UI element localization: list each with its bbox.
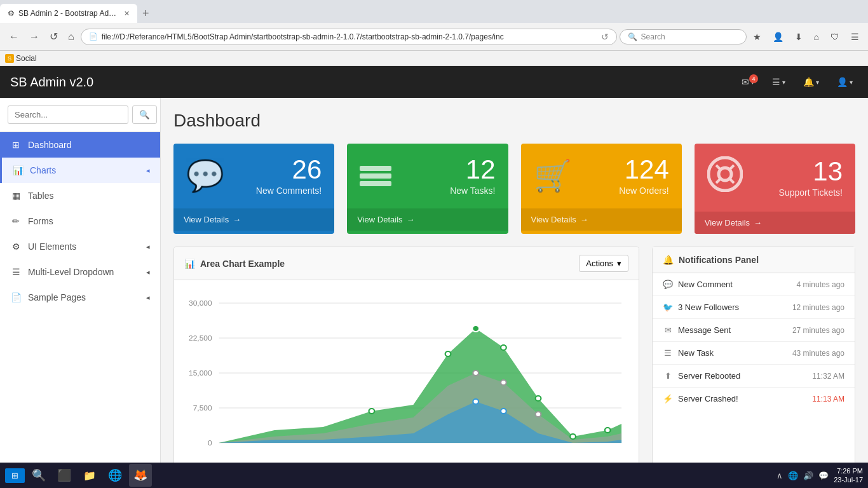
system-tray: ∧ 🌐 🔊 💬 [776, 471, 829, 480]
stat-card-tasks: 12 New Tasks! View Details → [347, 144, 508, 234]
notif-text: Server Rebooted [678, 371, 740, 381]
list-dropdown-button[interactable]: ☰ ▾ [767, 74, 790, 90]
taskbar-file-explorer-icon[interactable]: 📁 [78, 464, 101, 487]
tray-volume-icon[interactable]: 🔊 [803, 471, 813, 480]
taskbar-search-icon[interactable]: 🔍 [27, 464, 50, 487]
tray-network-icon[interactable]: 🌐 [788, 471, 798, 480]
sidebar-item-dashboard[interactable]: ⊞ Dashboard [0, 132, 160, 158]
sample-caret-icon: ◂ [146, 294, 150, 302]
support-label: Support Tickets! [779, 187, 843, 198]
support-icon [707, 156, 743, 199]
reload-button[interactable]: ↺ [46, 28, 62, 45]
sidebar-item-label: Charts [30, 165, 56, 175]
tasks-icon [360, 166, 391, 186]
tables-icon: ▦ [10, 191, 22, 201]
refresh-icon: ↺ [601, 32, 609, 42]
svg-line-3 [730, 165, 734, 169]
bookmark-social[interactable]: S Social [5, 54, 37, 63]
account-button[interactable]: 👤 [769, 29, 787, 44]
clock-date: 23-Jul-17 [834, 475, 863, 484]
comments-view-details-link[interactable]: View Details → [184, 215, 241, 224]
data-point [473, 370, 478, 376]
download-button[interactable]: ⬇ [791, 29, 806, 44]
bottom-panels: 📊 Area Chart Example Actions ▾ [173, 247, 855, 466]
taskbar-edge-icon[interactable]: 🌐 [104, 464, 126, 487]
sidebar-item-multi-level[interactable]: ☰ Multi-Level Dropdown ◂ [0, 259, 160, 285]
notif-item-server-rebooted[interactable]: ⬆ Server Rebooted 11:32 AM [653, 365, 855, 388]
comments-label: New Comments! [256, 186, 322, 196]
orders-number: 124 [619, 156, 669, 183]
sidebar-item-tables[interactable]: ▦ Tables [0, 183, 160, 208]
tasks-number: 12 [450, 156, 495, 183]
sidebar-item-sample-pages[interactable]: 📄 Sample Pages ◂ [0, 285, 160, 310]
view-details-label: View Details [531, 215, 576, 224]
notifications-header: 🔔 Notifications Panel [653, 247, 855, 273]
bar-chart-icon: 📊 [184, 259, 195, 269]
close-tab-button[interactable]: ✕ [124, 10, 130, 18]
notif-item-server-crashed[interactable]: ⚡ Server Crashed! 11:13 AM [653, 388, 855, 410]
comments-icon: 💬 [186, 158, 224, 194]
data-point [570, 434, 576, 439]
actions-dropdown-button[interactable]: Actions ▾ [579, 255, 628, 272]
shield-button[interactable]: 🛡 [827, 29, 843, 44]
start-button[interactable]: ⊞ [5, 468, 25, 483]
home-button[interactable]: ⌂ [64, 29, 78, 45]
lightning-icon: ⚡ [663, 394, 673, 403]
forward-button[interactable]: → [25, 29, 43, 45]
chart-svg: 30,000 22,500 15,000 7,500 0 [184, 290, 628, 456]
notif-item-new-comment[interactable]: 💬 New Comment 4 minutes ago [653, 273, 855, 296]
browser-search-bar[interactable]: 🔍 Search [620, 29, 747, 44]
notif-text: New Comment [678, 280, 733, 289]
multi-level-icon: ☰ [10, 267, 22, 277]
browser-tab[interactable]: ⚙ SB Admin 2 - Bootstrap Admin T ✕ [0, 4, 137, 23]
tray-notification-icon[interactable]: 💬 [818, 471, 829, 480]
bell-icon: 🔔 [803, 77, 814, 87]
data-point [501, 345, 506, 350]
chart-panel-title: 📊 Area Chart Example [184, 259, 285, 269]
tray-up-arrow-icon[interactable]: ∧ [776, 471, 783, 480]
notif-item-message-sent[interactable]: ✉ Message Sent 27 minutes ago [653, 319, 855, 342]
bell-dropdown-button[interactable]: 🔔 ▾ [798, 74, 824, 90]
chart-title-text: Area Chart Example [200, 259, 285, 269]
notif-time: 27 minutes ago [792, 326, 844, 335]
view-details-label: View Details [705, 218, 750, 227]
notif-text: New Task [678, 348, 714, 358]
address-bar[interactable]: 📄 file:///D:/Referance/HTML5/BootStrap A… [81, 29, 617, 45]
search-button[interactable]: 🔍 [132, 105, 157, 124]
svg-line-4 [716, 179, 720, 183]
data-point [473, 399, 478, 404]
notif-item-followers[interactable]: 🐦 3 New Followers 12 minutes ago [653, 296, 855, 319]
notif-item-new-task[interactable]: ☰ New Task 43 minutes ago [653, 342, 855, 365]
sidebar-item-label: UI Elements [28, 241, 76, 252]
user-dropdown-button[interactable]: 👤 ▾ [832, 74, 858, 90]
search-input[interactable] [8, 105, 128, 124]
stat-card-support: 13 Support Tickets! View Details → [695, 144, 855, 234]
home-nav-button[interactable]: ⌂ [810, 29, 823, 44]
sidebar-item-charts[interactable]: 📊 Charts ◂ [0, 158, 160, 183]
list-caret-icon: ▾ [782, 79, 785, 86]
sidebar-item-ui-elements[interactable]: ⚙ UI Elements ◂ [0, 234, 160, 259]
taskbar-firefox-icon[interactable]: 🦊 [129, 464, 152, 487]
notif-text: Message Sent [678, 325, 731, 335]
bookmarks-button[interactable]: ★ [749, 29, 765, 44]
chart-panel: 📊 Area Chart Example Actions ▾ [173, 247, 639, 466]
multi-caret-icon: ◂ [146, 268, 150, 276]
comment-icon: 💬 [663, 280, 673, 289]
tasks-view-details-link[interactable]: View Details → [357, 215, 414, 224]
new-tab-button[interactable]: + [137, 7, 154, 20]
data-point [605, 428, 611, 433]
support-view-details-link[interactable]: View Details → [705, 218, 762, 227]
orders-view-details-link[interactable]: View Details → [531, 215, 588, 224]
sidebar-item-forms[interactable]: ✏ Forms [0, 208, 160, 234]
svg-line-2 [716, 165, 720, 169]
twitter-icon: 🐦 [663, 302, 673, 312]
taskbar-task-view-icon[interactable]: ⬛ [53, 464, 76, 487]
menu-button[interactable]: ☰ [847, 29, 863, 44]
navbar-right: ✉ ▾ 4 ☰ ▾ 🔔 ▾ 👤 ▾ [736, 74, 858, 90]
mail-dropdown-button[interactable]: ✉ ▾ 4 [736, 74, 759, 90]
back-button[interactable]: ← [5, 29, 23, 45]
notif-time: 43 minutes ago [792, 349, 844, 358]
address-text: file:///D:/Referance/HTML5/BootStrap Adm… [102, 32, 597, 41]
mail-badge: 4 [749, 74, 758, 83]
chart-panel-heading: 📊 Area Chart Example Actions ▾ [174, 247, 639, 280]
